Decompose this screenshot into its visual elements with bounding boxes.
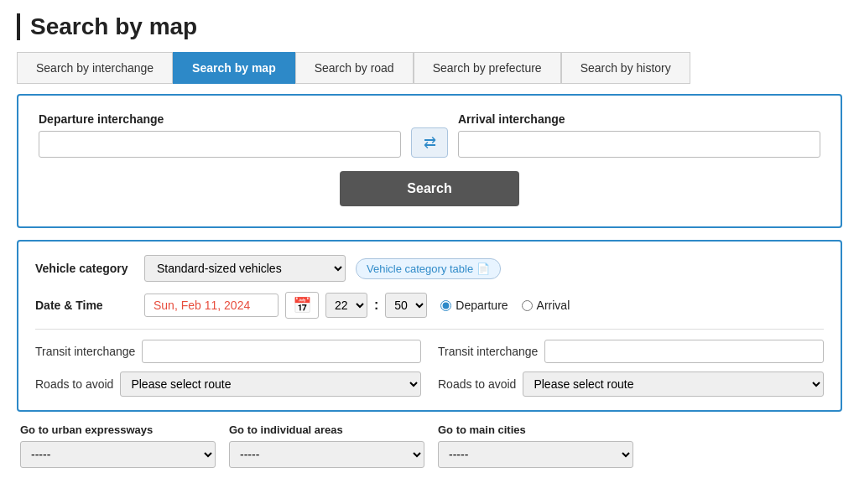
transit2-label: Transit interchange <box>438 345 538 358</box>
roads1-label: Roads to avoid <box>35 377 113 391</box>
calendar-button[interactable]: 📅 <box>285 292 319 319</box>
urban-expressways-label: Go to urban expressways <box>20 423 216 436</box>
minute-select[interactable]: 00051015 20253035 40455055 <box>385 293 427 318</box>
urban-expressways-select[interactable]: ----- <box>20 441 216 468</box>
roads-row: Roads to avoid Please select route Roads… <box>35 372 824 397</box>
roads2-label: Roads to avoid <box>438 377 516 391</box>
divider <box>35 329 824 330</box>
time-colon: : <box>374 298 378 313</box>
roads2-select[interactable]: Please select route <box>523 372 824 397</box>
swap-button[interactable]: ⇄ <box>411 127 448 158</box>
departure-radio[interactable] <box>440 300 451 311</box>
page-title: Search by map <box>17 13 842 40</box>
urban-expressways-group: Go to urban expressways ----- <box>20 423 216 468</box>
roads2-group: Roads to avoid Please select route <box>438 372 824 397</box>
departure-group: Departure interchange <box>39 112 401 158</box>
main-cities-select[interactable]: ----- <box>438 441 633 468</box>
hour-select[interactable]: 22 00010203 04050607 08091011 12131415 1… <box>325 293 367 318</box>
vehicle-category-select[interactable]: Standard-sized vehicles Motorcycles Ligh… <box>144 255 346 282</box>
arrival-group: Arrival interchange <box>458 112 820 158</box>
roads1-select[interactable]: Please select route <box>120 372 421 397</box>
date-input[interactable]: Sun, Feb 11, 2024 <box>144 294 279 317</box>
transit1-input[interactable] <box>142 340 421 363</box>
transit2-input[interactable] <box>544 340 824 363</box>
departure-label: Departure interchange <box>39 112 401 126</box>
datetime-controls: Sun, Feb 11, 2024 📅 22 00010203 04050607… <box>144 292 570 319</box>
tab-nav: Search by interchange Search by map Sear… <box>17 52 842 84</box>
transit1-group: Transit interchange <box>35 340 421 363</box>
main-cities-label: Go to main cities <box>438 423 633 436</box>
search-form: Departure interchange ⇄ Arrival intercha… <box>17 94 842 228</box>
tab-interchange[interactable]: Search by interchange <box>17 52 173 84</box>
tab-map[interactable]: Search by map <box>173 52 295 84</box>
swap-icon: ⇄ <box>424 133 436 152</box>
arrival-radio-label[interactable]: Arrival <box>522 299 570 312</box>
individual-areas-group: Go to individual areas ----- <box>229 423 424 468</box>
bottom-dropdowns: Go to urban expressways ----- Go to indi… <box>17 423 842 468</box>
options-form: Vehicle category Standard-sized vehicles… <box>17 240 842 412</box>
arrival-radio[interactable] <box>522 300 533 311</box>
datetime-label: Date & Time <box>35 299 144 312</box>
departure-arrival-radio: Departure Arrival <box>440 299 570 312</box>
arrival-radio-text: Arrival <box>537 299 570 312</box>
datetime-row: Date & Time Sun, Feb 11, 2024 📅 22 00010… <box>35 292 824 319</box>
individual-areas-label: Go to individual areas <box>229 423 424 436</box>
departure-radio-text: Departure <box>456 299 508 312</box>
vehicle-category-table-label: Vehicle category table <box>367 262 473 275</box>
vehicle-category-row: Vehicle category Standard-sized vehicles… <box>35 255 824 282</box>
tab-history[interactable]: Search by history <box>561 52 690 84</box>
pdf-icon: 📄 <box>476 262 490 275</box>
departure-radio-label[interactable]: Departure <box>440 299 508 312</box>
individual-areas-select[interactable]: ----- <box>229 441 424 468</box>
main-cities-group: Go to main cities ----- <box>438 423 633 468</box>
transit2-group: Transit interchange <box>438 340 824 363</box>
arrival-input[interactable] <box>458 131 820 158</box>
departure-input[interactable] <box>39 131 401 158</box>
tab-road[interactable]: Search by road <box>295 52 414 84</box>
vehicle-category-label: Vehicle category <box>35 262 144 275</box>
transit1-label: Transit interchange <box>35 345 135 358</box>
roads1-group: Roads to avoid Please select route <box>35 372 421 397</box>
arrival-label: Arrival interchange <box>458 112 820 126</box>
vehicle-category-table-link[interactable]: Vehicle category table 📄 <box>356 258 501 279</box>
transit-row: Transit interchange Transit interchange <box>35 340 824 363</box>
tab-prefecture[interactable]: Search by prefecture <box>414 52 561 84</box>
search-button[interactable]: Search <box>340 171 518 206</box>
